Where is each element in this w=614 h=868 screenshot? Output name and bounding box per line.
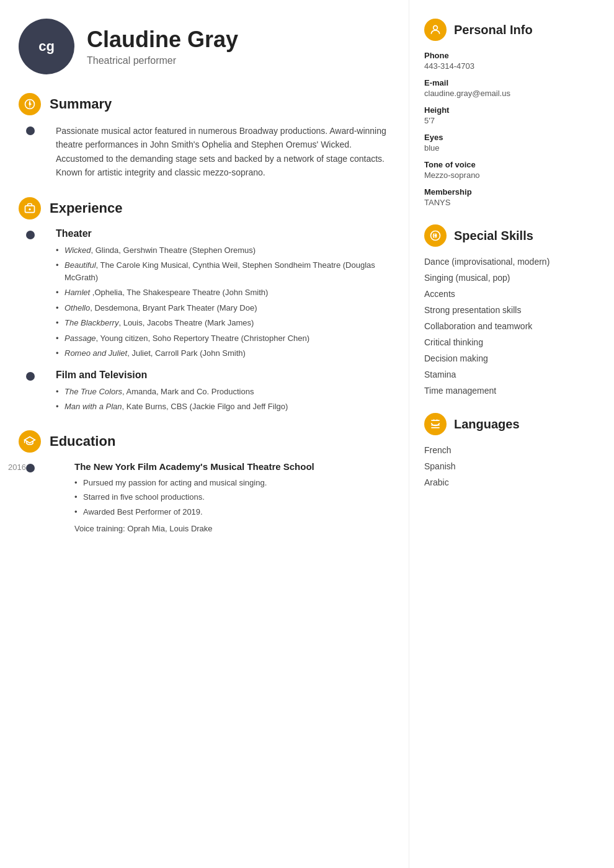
summary-text: Passionate musical actor featured in num… xyxy=(56,124,390,180)
education-school: The New York Film Academy's Musical Thea… xyxy=(74,461,390,472)
theater-dot xyxy=(26,231,35,239)
special-skills-title: Special Skills xyxy=(454,229,533,243)
skill-item-8: Stamina xyxy=(424,370,599,379)
edu-bullet-2: Starred in five school productions. xyxy=(74,491,390,503)
personal-info-section: Personal Info Phone 443-314-4703 E-mail … xyxy=(424,19,599,207)
lang-item-2: Spanish xyxy=(424,461,599,471)
experience-title: Experience xyxy=(50,200,122,216)
summary-timeline: Passionate musical actor featured in num… xyxy=(19,124,390,180)
languages-section: Languages French Spanish Arabic xyxy=(424,413,599,487)
theater-item-3: Hamlet ,Ophelia, The Shakespeare Theatre… xyxy=(56,286,390,299)
film-list: The True Colors, Amanda, Mark and Co. Pr… xyxy=(56,386,390,413)
skill-item-6: Critical thinking xyxy=(424,337,599,347)
personal-info-title: Personal Info xyxy=(454,23,533,37)
summary-header: Summary xyxy=(19,93,390,115)
education-extra: Voice training: Oprah Mia, Louis Drake xyxy=(74,524,390,533)
special-skills-icon xyxy=(424,224,447,247)
education-icon xyxy=(19,430,41,453)
phone-label: Phone xyxy=(424,51,599,60)
right-column: Personal Info Phone 443-314-4703 E-mail … xyxy=(409,0,614,868)
height-value: 5'7 xyxy=(424,116,599,125)
theater-title: Theater xyxy=(56,228,390,239)
education-section: Education 2016 The New York Film Academy… xyxy=(19,430,390,534)
phone-field: Phone 443-314-4703 xyxy=(424,51,599,71)
eyes-label: Eyes xyxy=(424,133,599,142)
special-skills-section: Special Skills Dance (improvisational, m… xyxy=(424,224,599,396)
summary-item: Passionate musical actor featured in num… xyxy=(56,124,390,180)
eyes-field: Eyes blue xyxy=(424,133,599,153)
header-section: cg Claudine Gray Theatrical performer xyxy=(19,19,390,74)
theater-item-2: Beautiful, The Carole King Musical, Cynt… xyxy=(56,259,390,283)
experience-section: Experience Theater Wicked, Glinda, Gersh… xyxy=(19,197,390,413)
svg-point-9 xyxy=(434,234,436,236)
summary-icon xyxy=(19,93,41,115)
height-field: Height 5'7 xyxy=(424,105,599,125)
edu-bullet-1: Pursued my passion for acting and musica… xyxy=(74,477,390,489)
education-header: Education xyxy=(19,430,390,453)
edu-bullet-3: Awarded Best Performer of 2019. xyxy=(74,506,390,518)
email-field: E-mail claudine.gray@email.us xyxy=(424,78,599,98)
film-item-2: Man with a Plan, Kate Burns, CBS (Jackie… xyxy=(56,401,390,413)
summary-section: Summary Passionate musical actor feature… xyxy=(19,93,390,180)
experience-icon xyxy=(19,197,41,219)
theater-category: Theater Wicked, Glinda, Gershwin Theatre… xyxy=(56,228,390,360)
summary-title: Summary xyxy=(50,96,112,112)
special-skills-header: Special Skills xyxy=(424,224,599,247)
education-bullets: Pursued my passion for acting and musica… xyxy=(74,477,390,518)
svg-point-7 xyxy=(434,25,438,30)
tone-value: Mezzo-soprano xyxy=(424,170,599,180)
film-title: Film and Television xyxy=(56,370,390,381)
film-item-1: The True Colors, Amanda, Mark and Co. Pr… xyxy=(56,386,390,398)
film-category: Film and Television The True Colors, Ama… xyxy=(56,370,390,413)
education-dot xyxy=(26,464,35,472)
lang-item-3: Arabic xyxy=(424,477,599,487)
header-text: Claudine Gray Theatrical performer xyxy=(87,27,238,66)
tone-label: Tone of voice xyxy=(424,160,599,169)
skill-item-3: Accents xyxy=(424,289,599,299)
theater-item-5: The Blackberry, Louis, Jacobs Theatre (M… xyxy=(56,317,390,329)
email-label: E-mail xyxy=(424,78,599,87)
left-column: cg Claudine Gray Theatrical performer xyxy=(0,0,409,868)
theater-item-1: Wicked, Glinda, Gershwin Theatre (Stephe… xyxy=(56,244,390,257)
experience-header: Experience xyxy=(19,197,390,219)
membership-label: Membership xyxy=(424,187,599,197)
membership-field: Membership TANYS xyxy=(424,187,599,207)
membership-value: TANYS xyxy=(424,198,599,207)
summary-dot xyxy=(26,126,35,135)
personal-info-icon xyxy=(424,19,447,41)
phone-value: 443-314-4703 xyxy=(424,61,599,71)
skill-item-7: Decision making xyxy=(424,353,599,363)
personal-info-header: Personal Info xyxy=(424,19,599,41)
skill-item-5: Collaboration and teamwork xyxy=(424,321,599,331)
experience-timeline: Theater Wicked, Glinda, Gershwin Theatre… xyxy=(19,228,390,413)
candidate-subtitle: Theatrical performer xyxy=(87,55,238,66)
skill-item-9: Time management xyxy=(424,386,599,396)
film-dot xyxy=(26,372,35,381)
education-year: 2016 xyxy=(1,463,26,472)
eyes-value: blue xyxy=(424,143,599,153)
theater-item-4: Othello, Desdemona, Bryant Park Theater … xyxy=(56,302,390,314)
education-timeline: 2016 The New York Film Academy's Musical… xyxy=(19,461,390,534)
languages-header: Languages xyxy=(424,413,599,435)
languages-title: Languages xyxy=(454,417,520,432)
resume-page: cg Claudine Gray Theatrical performer xyxy=(0,0,614,868)
tone-field: Tone of voice Mezzo-soprano xyxy=(424,160,599,180)
avatar: cg xyxy=(19,19,74,74)
theater-item-7: Romeo and Juliet, Juliet, Carroll Park (… xyxy=(56,347,390,360)
education-title: Education xyxy=(50,433,115,450)
languages-icon xyxy=(424,413,447,435)
theater-item-6: Passage, Young citizen, Soho Repertory T… xyxy=(56,332,390,345)
lang-item-1: French xyxy=(424,445,599,455)
theater-list: Wicked, Glinda, Gershwin Theatre (Stephe… xyxy=(56,244,390,360)
education-item: 2016 The New York Film Academy's Musical… xyxy=(74,461,390,534)
skill-item-4: Strong presentation skills xyxy=(424,305,599,315)
candidate-name: Claudine Gray xyxy=(87,27,238,53)
skill-item-1: Dance (improvisational, modern) xyxy=(424,257,599,267)
height-label: Height xyxy=(424,105,599,115)
skill-item-2: Singing (musical, pop) xyxy=(424,273,599,283)
email-value: claudine.gray@email.us xyxy=(424,89,599,98)
